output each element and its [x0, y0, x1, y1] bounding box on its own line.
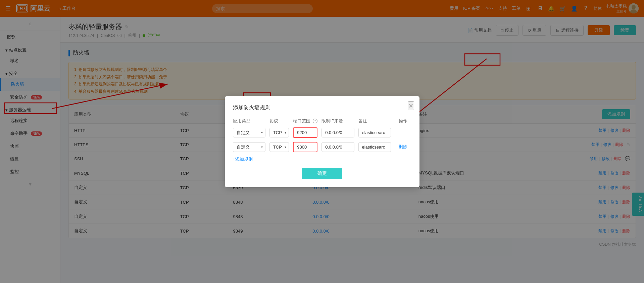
- modal-overlay[interactable]: 添加防火墙规则 ✕ 应用类型 协议 端口范围 ? 限制IP来源 备注 操作 自定…: [0, 0, 644, 283]
- modal-port-input-2[interactable]: [293, 142, 317, 152]
- modal-row1-proto: TCP UDP: [269, 128, 289, 137]
- modal-row2-proto: TCP UDP: [269, 142, 289, 152]
- modal-port-input-1[interactable]: [293, 127, 317, 138]
- modal-row-1: 自定义 HTTP HTTPS SSH MYSQL TCP UDP: [233, 127, 411, 138]
- modal-row2-note: [358, 142, 391, 152]
- modal-col-type: 应用类型: [233, 118, 265, 124]
- modal-ip-input-1[interactable]: [321, 128, 354, 137]
- help-icon[interactable]: ?: [313, 119, 317, 123]
- modal-row2-port: [293, 142, 317, 152]
- modal-type-select-1[interactable]: 自定义 HTTP HTTPS SSH MYSQL: [233, 128, 265, 137]
- modal-col-proto: 协议: [269, 118, 289, 124]
- modal-row2-action: 删除: [395, 144, 411, 150]
- modal-confirm-button[interactable]: 确定: [302, 168, 342, 179]
- add-firewall-rule-modal: 添加防火墙规则 ✕ 应用类型 协议 端口范围 ? 限制IP来源 备注 操作 自定…: [225, 96, 419, 187]
- modal-row2-ip: [321, 142, 354, 152]
- modal-col-note: 备注: [358, 118, 391, 124]
- modal-row1-port: [293, 127, 317, 138]
- modal-col-ip: 限制IP来源: [321, 118, 354, 124]
- modal-column-headers: 应用类型 协议 端口范围 ? 限制IP来源 备注 操作: [233, 118, 411, 124]
- modal-col-action: 操作: [395, 118, 411, 124]
- modal-delete-button[interactable]: 删除: [399, 144, 407, 149]
- modal-footer: 确定: [233, 168, 411, 179]
- modal-note-input-1[interactable]: [358, 128, 391, 137]
- modal-proto-select-2[interactable]: TCP UDP: [269, 142, 289, 152]
- modal-note-input-2[interactable]: [358, 142, 391, 152]
- modal-proto-select-1[interactable]: TCP UDP: [269, 128, 289, 137]
- modal-row-2: 自定义 HTTP HTTPS SSH MYSQL TCP UDP: [233, 142, 411, 152]
- modal-col-port: 端口范围 ?: [293, 118, 317, 124]
- modal-type-select-2[interactable]: 自定义 HTTP HTTPS SSH MYSQL: [233, 142, 265, 152]
- modal-row1-note: [358, 128, 391, 137]
- modal-close-button[interactable]: ✕: [408, 102, 414, 110]
- modal-row2-type: 自定义 HTTP HTTPS SSH MYSQL: [233, 142, 265, 152]
- modal-row1-ip: [321, 128, 354, 137]
- modal-title: 添加防火墙规则: [233, 104, 411, 111]
- modal-ip-input-2[interactable]: [321, 142, 354, 152]
- modal-row1-type: 自定义 HTTP HTTPS SSH MYSQL: [233, 128, 265, 137]
- modal-add-rule-link[interactable]: +添加规则: [233, 156, 411, 162]
